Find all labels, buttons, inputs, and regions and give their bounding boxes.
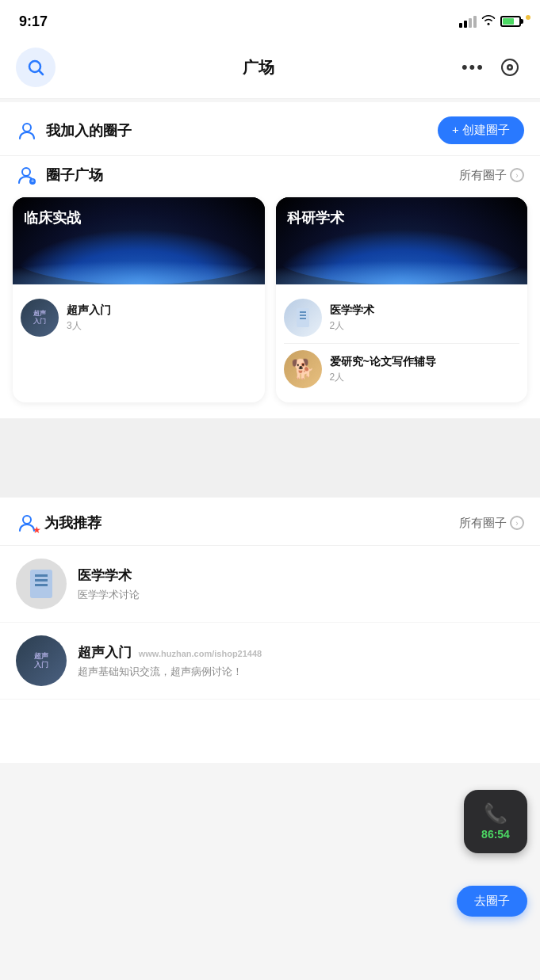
avatar-ultrasound: 超声入门 [21, 299, 59, 337]
section-divider [0, 418, 540, 498]
svg-rect-17 [35, 584, 48, 586]
circle-square-label: 圈子广场 [46, 166, 103, 185]
card-item-ultrasound[interactable]: 超声入门 超声入门 3人 [21, 292, 257, 343]
more-button[interactable]: ••• [461, 57, 484, 78]
card-item-medical-name: 医学学术 [330, 303, 374, 318]
recommend-item-ultrasound-title: 超声入门 www.huzhan.com/ishop21448 [78, 643, 262, 662]
recommend-title-row: ★ 为我推荐 [16, 512, 101, 534]
all-circles-link-recommend[interactable]: 所有圈子 › [459, 516, 524, 531]
my-circles-icon [16, 120, 38, 142]
page-title: 广场 [243, 57, 274, 78]
svg-rect-16 [35, 579, 48, 582]
card-item-ultrasound-name: 超声入门 [67, 303, 111, 318]
header-actions: ••• [461, 53, 524, 82]
card-research-header: 科研学术 [276, 197, 528, 284]
card-research-content: 医学学术 2人 🐕 爱研究~论文写作辅导 2人 [276, 284, 528, 402]
my-circles-header: 我加入的圈子 + 创建圈子 [0, 102, 540, 155]
card-item-medical[interactable]: 医学学术 2人 [284, 292, 520, 344]
battery-icon [500, 16, 521, 27]
card-item-research-count: 2人 [330, 371, 436, 384]
svg-point-6 [22, 168, 30, 176]
my-circles-label: 我加入的圈子 [46, 121, 132, 140]
signal-icon [459, 15, 477, 28]
header: 广场 ••• [0, 40, 540, 99]
card-research[interactable]: 科研学术 医学学术 2人 [276, 197, 528, 402]
medical-equipment-icon [290, 305, 316, 330]
status-icons [459, 13, 521, 29]
my-circles-title-row: 我加入的圈子 [16, 120, 132, 142]
avatar-dog: 🐕 [284, 350, 322, 388]
recommend-item-ultrasound-desc: 超声基础知识交流，超声病例讨论！ [78, 665, 262, 679]
recommend-label: 为我推荐 [44, 513, 101, 532]
circle-square-header: + 圈子广场 所有圈子 › [0, 155, 540, 194]
cards-grid: 临床实战 超声入门 超声入门 3人 [13, 197, 527, 402]
create-circle-button[interactable]: + 创建圈子 [438, 116, 524, 144]
status-bar: 9:17 [0, 0, 540, 40]
card-item-ultrasound-count: 3人 [67, 319, 111, 333]
recommend-avatar-medical [16, 559, 67, 609]
chevron-right-icon-recommend: › [510, 516, 524, 530]
svg-text:+: + [31, 177, 35, 185]
call-phone-icon: 📞 [484, 803, 507, 825]
bottom-spacer [0, 700, 540, 763]
scan-icon [500, 57, 520, 78]
wifi-icon [481, 13, 496, 29]
card-clinical-content: 超声入门 超声入门 3人 [13, 284, 265, 351]
card-item-medical-count: 2人 [330, 319, 374, 333]
circle-square-icon: + [16, 164, 38, 186]
medical-icon-large [25, 568, 57, 600]
card-item-research[interactable]: 🐕 爱研究~论文写作辅导 2人 [284, 344, 520, 395]
recommend-item-medical-desc: 医学学术讨论 [78, 588, 140, 602]
card-research-title: 科研学术 [287, 208, 344, 227]
all-circles-label-top: 所有圈子 [459, 168, 507, 183]
svg-rect-15 [35, 574, 48, 577]
chevron-right-icon-top: › [510, 168, 524, 182]
star-badge: ★ [33, 524, 41, 536]
recommend-item-medical-title: 医学学术 [78, 566, 140, 585]
svg-point-5 [23, 124, 31, 132]
svg-line-1 [40, 71, 44, 75]
card-item-research-name: 爱研究~论文写作辅导 [330, 355, 436, 369]
recommend-icon-wrapper: ★ [16, 512, 38, 534]
recommend-avatar-ultrasound: 超声入门 [16, 635, 67, 686]
svg-point-13 [23, 516, 31, 524]
search-button[interactable] [16, 48, 56, 87]
scan-button[interactable] [496, 53, 524, 82]
call-timer: 86:54 [481, 828, 510, 841]
svg-rect-10 [300, 311, 306, 313]
all-circles-label-recommend: 所有圈子 [459, 516, 507, 531]
card-clinical[interactable]: 临床实战 超声入门 超声入门 3人 [13, 197, 265, 402]
card-clinical-title: 临床实战 [24, 208, 81, 227]
all-circles-link-top[interactable]: 所有圈子 › [459, 168, 524, 183]
svg-rect-12 [300, 318, 306, 319]
join-circle-button[interactable]: 去圈子 [457, 886, 527, 917]
svg-point-4 [508, 67, 511, 69]
svg-rect-11 [300, 315, 306, 316]
search-icon [26, 58, 45, 77]
recommend-item-ultrasound[interactable]: 超声入门 超声入门 www.huzhan.com/ishop21448 超声基础… [0, 623, 540, 700]
floating-call-button[interactable]: 📞 86:54 [464, 790, 527, 853]
watermark-text: www.huzhan.com/ishop21448 [139, 649, 262, 658]
card-clinical-header: 临床实战 [13, 197, 265, 284]
cards-container: 临床实战 超声入门 超声入门 3人 [0, 194, 540, 418]
recommend-header: ★ 为我推荐 所有圈子 › [0, 498, 540, 546]
circle-square-title-row: + 圈子广场 [16, 164, 103, 186]
recommend-item-medical[interactable]: 医学学术 医学学术讨论 [0, 546, 540, 623]
recommend-section: ★ 为我推荐 所有圈子 › 医学学术 医学学术讨论 超声入门 [0, 498, 540, 700]
avatar-medical [284, 299, 322, 337]
status-time: 9:17 [19, 13, 48, 30]
